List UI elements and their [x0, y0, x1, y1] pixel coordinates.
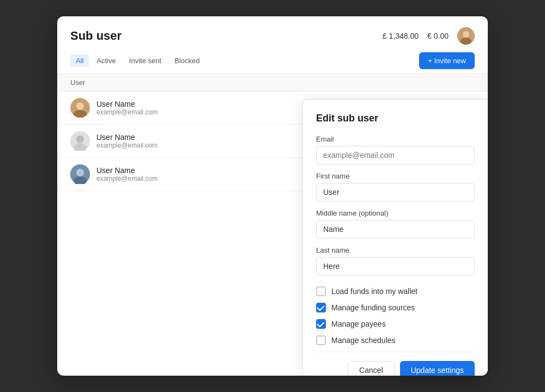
load-funds-checkbox[interactable]	[316, 286, 326, 296]
first-name-field[interactable]	[316, 183, 475, 201]
middle-name-group: Middle name (optional)	[316, 209, 475, 238]
svg-point-7	[76, 136, 84, 143]
cancel-button[interactable]: Cancel	[348, 361, 395, 376]
user-email: example@email.com	[96, 175, 158, 182]
balance-gbp: £ 1,348.00	[383, 32, 419, 40]
header: Sub user £ 1,348.00 € 0.00	[57, 16, 488, 50]
email-field[interactable]	[316, 146, 475, 164]
panel-footer: Cancel Update settings	[316, 352, 475, 376]
user-info: User Name example@email.com	[96, 100, 158, 116]
balance-eur: € 0.00	[427, 32, 449, 40]
edit-panel-title: Edit sub user	[316, 113, 475, 124]
user-name: User Name	[96, 166, 158, 175]
permissions-group: Load funds into my wallet Manage funding…	[316, 286, 475, 352]
middle-name-field[interactable]	[316, 220, 475, 238]
table-header: User	[57, 74, 488, 91]
middle-name-label: Middle name (optional)	[316, 209, 475, 217]
last-name-field[interactable]	[316, 257, 475, 275]
column-user: User	[70, 78, 85, 87]
first-name-group: First name	[316, 172, 475, 201]
manage-payees-label: Manage payees	[331, 320, 386, 328]
user-name: User Name	[96, 100, 158, 108]
manage-schedules-label: Manage schedules	[331, 336, 396, 345]
manage-payees-checkbox[interactable]	[316, 319, 326, 329]
load-funds-label: Load funds into my wallet	[331, 287, 417, 296]
user-info: User Name example@email.com	[96, 166, 158, 182]
permission-manage-schedules[interactable]: Manage schedules	[316, 335, 475, 345]
email-group: Email	[316, 135, 475, 164]
user-avatar	[70, 98, 90, 118]
filter-tabs: All Active Invite sent Blocked	[70, 54, 205, 67]
manage-schedules-checkbox[interactable]	[316, 335, 326, 345]
app-window: Sub user £ 1,348.00 € 0.00 All Active In…	[57, 16, 488, 376]
user-info: User Name example@email.com	[96, 133, 158, 149]
user-avatar	[70, 131, 90, 151]
svg-point-4	[76, 102, 84, 110]
update-settings-button[interactable]: Update settings	[400, 361, 475, 376]
page-title: Sub user	[70, 29, 122, 43]
manage-funding-checkbox[interactable]	[316, 303, 326, 313]
email-label: Email	[316, 135, 475, 143]
tab-all[interactable]: All	[70, 54, 89, 67]
svg-point-10	[76, 169, 84, 176]
tab-active[interactable]: Active	[91, 54, 121, 67]
user-name: User Name	[96, 133, 158, 142]
svg-point-1	[463, 31, 469, 38]
last-name-label: Last name	[316, 246, 475, 254]
user-avatar	[70, 164, 90, 184]
user-email: example@email.com	[96, 108, 158, 116]
tab-blocked[interactable]: Blocked	[169, 54, 205, 67]
permission-manage-payees[interactable]: Manage payees	[316, 319, 475, 329]
last-name-group: Last name	[316, 246, 475, 275]
avatar	[457, 27, 475, 45]
permission-manage-funding[interactable]: Manage funding sources	[316, 303, 475, 313]
edit-sub-user-panel: Edit sub user Email First name Middle na…	[302, 99, 488, 376]
permission-load-funds[interactable]: Load funds into my wallet	[316, 286, 475, 296]
manage-funding-label: Manage funding sources	[331, 303, 415, 312]
user-email: example@email.com	[96, 142, 158, 149]
tab-invite-sent[interactable]: Invite sent	[124, 54, 167, 67]
first-name-label: First name	[316, 172, 475, 180]
invite-new-button[interactable]: + Invite new	[419, 52, 475, 69]
header-right: £ 1,348.00 € 0.00	[383, 27, 475, 45]
